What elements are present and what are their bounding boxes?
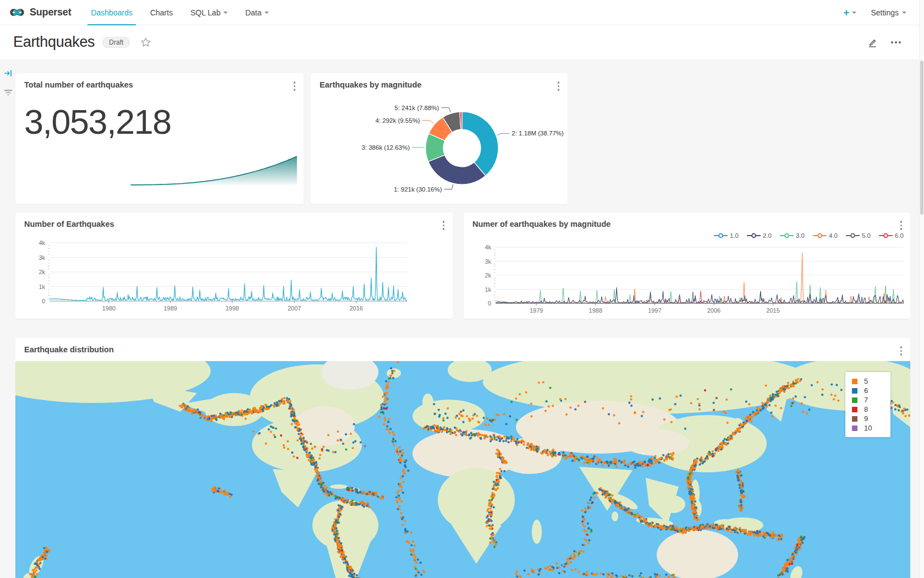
chevron-down-icon [902, 12, 906, 14]
chart-menu-button[interactable] [899, 345, 904, 357]
legend-swatch [852, 388, 857, 394]
nav-right: + Settings [843, 7, 915, 18]
chevron-down-icon [265, 12, 269, 14]
trendline-chart[interactable] [15, 150, 304, 190]
legend-swatch [852, 407, 857, 412]
plus-icon: + [843, 7, 849, 18]
map-legend-row: 10 [852, 423, 890, 433]
svg-text:4: 292k (9.55%): 4: 292k (9.55%) [376, 117, 420, 124]
status-badge: Draft [102, 37, 130, 48]
card-number-of-earthquakes: Number of Earthquakes 01k2k3k4k198019891… [15, 212, 453, 319]
dashboard-header: Earthquakes Draft [0, 25, 924, 59]
legend-label: 10 [864, 424, 872, 432]
svg-text:2007: 2007 [288, 305, 301, 312]
chart-menu-button[interactable] [292, 80, 298, 92]
svg-text:1989: 1989 [163, 305, 177, 312]
legend-label: 5 [864, 377, 868, 385]
settings-menu[interactable]: Settings [871, 8, 906, 17]
svg-text:5: 241k (7.88%): 5: 241k (7.88%) [394, 105, 439, 111]
svg-text:3k: 3k [38, 254, 45, 261]
pencil-icon [867, 37, 878, 48]
svg-text:1k: 1k [38, 283, 45, 290]
nav-item-label: Dashboards [91, 8, 133, 17]
dashboard-canvas: Total number of earthquakes 3,053,218 Ea… [0, 59, 924, 578]
chart-title: Total number of earthquakes [24, 80, 133, 89]
map-legend-row: 7 [852, 395, 890, 405]
nav-item-sql-lab[interactable]: SQL Lab [182, 0, 237, 25]
new-item-button[interactable]: + [843, 7, 856, 18]
superset-logo[interactable]: Superset [9, 7, 71, 18]
scrollbar-track[interactable] [919, 0, 924, 578]
chart-title: Earthquakes by magnitude [320, 80, 421, 89]
svg-text:0: 0 [42, 298, 45, 304]
nav-item-data[interactable]: Data [237, 0, 278, 25]
main-nav: DashboardsChartsSQL LabData [82, 0, 277, 25]
top-navigation: Superset DashboardsChartsSQL LabData + S… [0, 0, 924, 25]
card-earthquakes-by-magnitude: Earthquakes by magnitude 2: 1.18M (38.77… [311, 73, 568, 204]
scrollbar-thumb[interactable] [920, 61, 923, 215]
svg-text:2016: 2016 [349, 305, 362, 312]
svg-text:1998: 1998 [226, 305, 239, 312]
expand-filter-bar-button[interactable] [3, 68, 14, 81]
svg-text:2k: 2k [485, 272, 491, 279]
nav-item-label: Data [245, 8, 262, 17]
more-actions-button[interactable] [889, 39, 903, 46]
svg-text:1997: 1997 [648, 307, 661, 314]
nav-item-dashboards[interactable]: Dashboards [82, 0, 141, 25]
legend-label: 6 [864, 386, 868, 395]
big-number-value: 3,053,218 [24, 102, 171, 141]
line-chart[interactable]: 01k2k3k4k19801989199820072016 [15, 212, 453, 319]
chevron-down-icon [223, 12, 228, 14]
svg-text:3: 386k (12.63%): 3: 386k (12.63%) [361, 144, 410, 151]
svg-text:1988: 1988 [589, 307, 602, 314]
card-total-earthquakes: Total number of earthquakes 3,053,218 [15, 73, 304, 204]
map-legend: 5678910 [845, 372, 890, 437]
map-legend-row: 9 [852, 414, 890, 423]
legend-swatch [852, 426, 857, 431]
svg-text:2006: 2006 [707, 307, 721, 314]
legend-swatch [852, 397, 857, 403]
chevron-down-icon [852, 12, 856, 14]
svg-text:4k: 4k [485, 244, 491, 250]
brand-wordmark: Superset [30, 7, 71, 18]
svg-text:1980: 1980 [102, 305, 116, 312]
legend-swatch [852, 379, 857, 384]
nav-item-charts[interactable]: Charts [141, 0, 182, 25]
chart-menu-button[interactable] [556, 80, 562, 92]
legend-swatch [852, 416, 857, 422]
chart-title: Earthquake distribution [24, 345, 114, 354]
arrow-to-bar-icon [4, 69, 13, 78]
card-earthquake-distribution: Earthquake distribution 5678910 [15, 338, 910, 578]
settings-label: Settings [871, 8, 899, 17]
world-map-chart[interactable] [15, 361, 910, 578]
legend-label: 7 [864, 396, 868, 404]
svg-text:1979: 1979 [530, 307, 543, 314]
multi-line-chart[interactable]: 01k2k3k4k19791988199720062015 [464, 212, 910, 319]
edit-dashboard-button[interactable] [867, 37, 878, 48]
map-legend-row: 6 [852, 386, 890, 395]
card-earthquakes-by-magnitude-timeseries: Numer of earthquakes by magnitude 1.02.0… [464, 212, 910, 319]
svg-text:0: 0 [488, 300, 491, 307]
svg-text:1k: 1k [485, 286, 491, 293]
superset-logo-icon [9, 7, 25, 18]
svg-text:1: 921k (30.16%): 1: 921k (30.16%) [394, 186, 442, 193]
legend-label: 9 [864, 415, 868, 423]
map-legend-row: 8 [852, 405, 890, 414]
map-legend-row: 5 [852, 377, 890, 386]
favorite-star-button[interactable] [140, 36, 152, 48]
page-title: Earthquakes [13, 34, 95, 51]
donut-chart[interactable]: 2: 1.18M (38.77%)1: 921k (30.16%)3: 386k… [311, 91, 568, 204]
title-actions [867, 37, 911, 48]
filter-funnel-icon[interactable] [2, 88, 14, 100]
svg-text:2015: 2015 [766, 307, 779, 314]
star-icon [140, 36, 152, 48]
filter-rail [2, 68, 14, 100]
legend-label: 8 [864, 405, 868, 413]
svg-text:2k: 2k [38, 269, 45, 275]
nav-item-label: SQL Lab [190, 8, 221, 17]
nav-item-label: Charts [150, 8, 173, 17]
svg-text:4k: 4k [38, 239, 45, 246]
svg-text:2: 1.18M (38.77%): 2: 1.18M (38.77%) [512, 130, 564, 137]
svg-text:3k: 3k [485, 258, 491, 265]
